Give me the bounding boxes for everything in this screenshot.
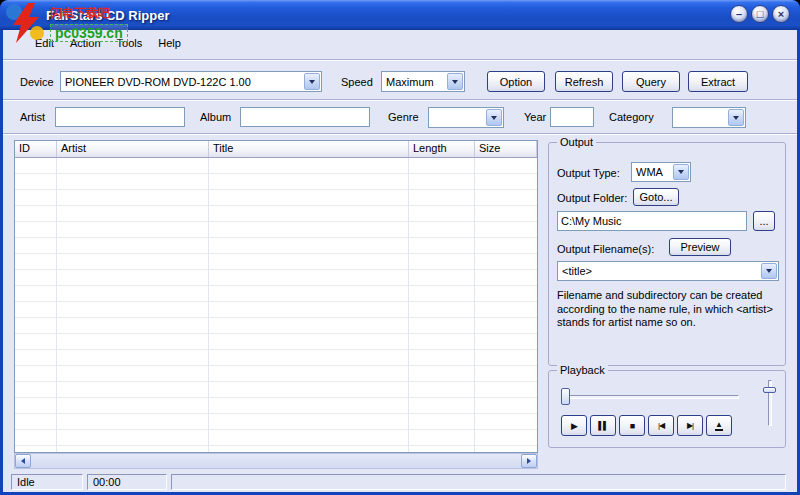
artist-input[interactable] (55, 107, 185, 127)
previous-track-icon: |◀ (658, 422, 664, 430)
speed-label: Speed (341, 76, 373, 88)
grid-line (56, 158, 57, 453)
refresh-button[interactable]: Refresh (555, 71, 613, 92)
minimize-icon: – (736, 9, 742, 19)
time-text: 00:00 (93, 476, 121, 488)
chevron-down-icon[interactable] (486, 109, 502, 126)
chevron-down-icon[interactable] (304, 73, 320, 90)
horizontal-scrollbar[interactable] (14, 453, 538, 469)
next-track-button[interactable]: ▶| (677, 415, 703, 436)
output-panel-title: Output (557, 136, 596, 148)
seek-slider-track[interactable] (561, 395, 739, 399)
close-button[interactable]: × (772, 5, 790, 23)
album-input[interactable] (240, 107, 370, 127)
play-button[interactable]: ▶ (561, 415, 587, 436)
table-header: ID Artist Title Length Size (15, 141, 537, 158)
genre-select[interactable] (428, 107, 504, 128)
chevron-down-icon[interactable] (728, 109, 744, 126)
scrollbar-track[interactable] (31, 454, 521, 468)
status-text: Idle (17, 476, 35, 488)
minimize-button[interactable]: – (730, 5, 748, 23)
separator (3, 99, 797, 101)
category-label: Category (609, 111, 654, 123)
watermark-site-name: 闪电下载吧 (50, 5, 110, 22)
column-header-title[interactable]: Title (209, 141, 409, 157)
close-icon: × (778, 9, 784, 19)
goto-button[interactable]: Goto... (633, 188, 679, 206)
output-type-label: Output Type: (557, 167, 620, 179)
maximize-icon: □ (757, 9, 764, 19)
previous-track-button[interactable]: |◀ (648, 415, 674, 436)
device-label: Device (20, 76, 54, 88)
output-folder-input[interactable] (557, 211, 747, 231)
extract-button[interactable]: Extract (688, 71, 748, 92)
app-window: FairStars CD Ripper – □ × Edit Action To… (0, 0, 800, 495)
album-label: Album (200, 111, 231, 123)
pause-icon: ▌▌ (598, 422, 607, 430)
speed-select[interactable]: Maximum (381, 71, 465, 92)
info-panel (171, 474, 786, 490)
eject-icon: ▲ (715, 421, 723, 431)
stop-icon: ■ (630, 422, 634, 430)
status-bar: Idle 00:00 (3, 474, 797, 492)
playback-panel-title: Playback (557, 364, 608, 376)
preview-button[interactable]: Preview (669, 238, 731, 256)
watermark-logo-icon (4, 2, 46, 44)
play-icon: ▶ (571, 422, 577, 430)
column-header-artist[interactable]: Artist (57, 141, 209, 157)
genre-label: Genre (388, 111, 419, 123)
track-table: ID Artist Title Length Size (14, 140, 538, 453)
grid-line (208, 158, 209, 453)
table-body[interactable] (15, 158, 537, 453)
filename-pattern-value: <title> (562, 265, 760, 277)
artist-label: Artist (20, 111, 45, 123)
device-select[interactable]: PIONEER DVD-ROM DVD-122C 1.00 (60, 71, 322, 92)
filename-help-text: Filename and subdirectory can be created… (557, 289, 779, 330)
browse-button[interactable]: ... (753, 211, 775, 231)
grid-line (474, 158, 475, 453)
grid-line (408, 158, 409, 453)
maximize-button[interactable]: □ (751, 5, 769, 23)
seek-slider-thumb[interactable] (561, 388, 570, 405)
watermark: 闪电下载吧 pc0359.cn (2, 0, 172, 62)
separator (3, 133, 797, 135)
output-filename-label: Output Filename(s): (557, 243, 654, 255)
playback-panel: Playback ▶ ▌▌ ■ |◀ ▶| ▲ (548, 370, 786, 448)
stop-button[interactable]: ■ (619, 415, 645, 436)
scroll-right-icon (527, 458, 531, 464)
output-type-select[interactable]: WMA (631, 162, 691, 182)
chevron-down-icon[interactable] (761, 263, 777, 279)
query-button[interactable]: Query (622, 71, 680, 92)
next-track-icon: ▶| (687, 422, 693, 430)
output-panel: Output Output Type: WMA Output Folder: G… (548, 142, 786, 366)
filename-pattern-select[interactable]: <title> (557, 261, 779, 281)
year-input[interactable] (550, 107, 594, 127)
watermark-site-url: pc0359.cn (50, 24, 128, 42)
column-header-size[interactable]: Size (475, 141, 537, 157)
scroll-right-button[interactable] (521, 454, 537, 468)
chevron-down-icon[interactable] (673, 164, 689, 180)
option-button[interactable]: Option (487, 71, 545, 92)
scroll-left-button[interactable] (15, 454, 31, 468)
year-label: Year (524, 111, 546, 123)
category-select[interactable] (672, 107, 746, 128)
column-header-length[interactable]: Length (409, 141, 475, 157)
device-select-value: PIONEER DVD-ROM DVD-122C 1.00 (65, 76, 303, 88)
time-panel: 00:00 (87, 474, 167, 490)
client-area: Edit Action Tools Help Device PIONEER DV… (3, 30, 797, 492)
pause-button[interactable]: ▌▌ (590, 415, 616, 436)
output-type-value: WMA (636, 166, 672, 178)
chevron-down-icon[interactable] (447, 73, 463, 90)
eject-button[interactable]: ▲ (706, 415, 732, 436)
speed-select-value: Maximum (386, 76, 446, 88)
output-folder-label: Output Folder: (557, 192, 627, 204)
volume-slider-thumb[interactable] (763, 387, 776, 393)
scroll-left-icon (21, 458, 25, 464)
status-panel: Idle (11, 474, 83, 490)
column-header-id[interactable]: ID (15, 141, 57, 157)
